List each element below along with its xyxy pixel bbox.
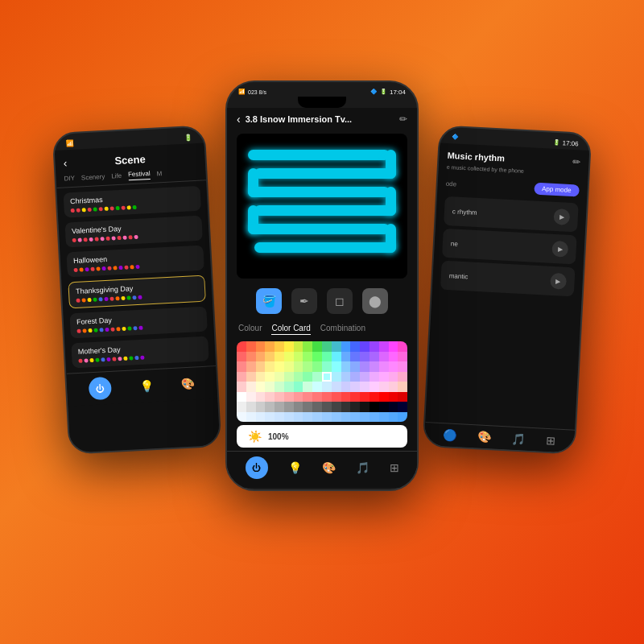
- dot-icon-right[interactable]: 🔵: [443, 428, 457, 442]
- power-button-center[interactable]: ⏻: [246, 456, 268, 479]
- rhythm-item-3[interactable]: mantic ▶: [440, 261, 576, 297]
- color-cell-0-7[interactable]: [303, 341, 312, 352]
- color-cell-2-3[interactable]: [265, 361, 275, 372]
- scene-item-valentines[interactable]: Valentine's Day: [65, 216, 203, 248]
- color-cell-5-4[interactable]: [275, 392, 284, 402]
- color-cell-6-6[interactable]: [294, 402, 303, 412]
- color-cell-1-17[interactable]: [398, 352, 407, 362]
- color-cell-3-17[interactable]: [398, 372, 407, 382]
- color-cell-0-4[interactable]: [275, 341, 284, 352]
- edit-icon-right[interactable]: ✏: [572, 156, 581, 168]
- color-cell-4-8[interactable]: [312, 382, 322, 392]
- color-cell-4-11[interactable]: [341, 382, 351, 392]
- color-cell-6-11[interactable]: [341, 402, 351, 412]
- color-cell-4-1[interactable]: [246, 382, 256, 392]
- color-cell-6-7[interactable]: [303, 402, 312, 412]
- tab-life[interactable]: Life: [111, 171, 122, 181]
- grid-icon-right[interactable]: ⊞: [546, 434, 556, 448]
- color-tab-card[interactable]: Color Card: [271, 324, 310, 335]
- color-cell-1-7[interactable]: [303, 352, 312, 362]
- color-cell-0-9[interactable]: [322, 341, 332, 352]
- color-cell-5-9[interactable]: [322, 392, 332, 402]
- color-cell-6-1[interactable]: [246, 402, 256, 412]
- color-cell-1-2[interactable]: [256, 352, 266, 362]
- scene-item-halloween[interactable]: Halloween: [66, 246, 204, 278]
- eraser-btn[interactable]: ◻: [327, 288, 353, 314]
- color-cell-0-12[interactable]: [350, 341, 360, 352]
- color-cell-3-15[interactable]: [379, 372, 389, 382]
- color-cell-0-16[interactable]: [389, 341, 398, 352]
- color-cell-5-3[interactable]: [265, 392, 275, 402]
- color-cell-5-6[interactable]: [294, 392, 303, 402]
- color-cell-2-8[interactable]: [312, 361, 322, 372]
- color-cell-7-9[interactable]: [322, 412, 332, 423]
- color-cell-2-1[interactable]: [246, 361, 256, 372]
- bulb-icon-center[interactable]: 💡: [288, 461, 302, 474]
- back-icon[interactable]: ‹: [63, 156, 68, 169]
- color-tab-combination[interactable]: Combination: [320, 324, 365, 335]
- play-btn-3[interactable]: ▶: [550, 273, 567, 290]
- color-cell-3-9[interactable]: [322, 372, 332, 382]
- color-cell-7-3[interactable]: [265, 412, 275, 423]
- color-cell-3-5[interactable]: [284, 372, 294, 382]
- back-icon-center[interactable]: ‹: [237, 113, 241, 126]
- play-btn-1[interactable]: ▶: [553, 208, 570, 225]
- color-cell-3-8[interactable]: [312, 372, 322, 382]
- color-cell-2-13[interactable]: [360, 361, 369, 372]
- scene-item-christmas[interactable]: Christmas: [64, 186, 201, 218]
- color-cell-3-2[interactable]: [256, 372, 266, 382]
- color-cell-7-17[interactable]: [398, 412, 407, 423]
- color-cell-6-3[interactable]: [265, 402, 275, 412]
- color-cell-5-2[interactable]: [256, 392, 266, 402]
- color-cell-5-11[interactable]: [341, 392, 351, 402]
- rhythm-item-2[interactable]: ne ▶: [442, 229, 577, 265]
- color-cell-6-5[interactable]: [284, 402, 294, 412]
- color-cell-7-12[interactable]: [350, 412, 360, 423]
- color-cell-1-10[interactable]: [332, 352, 341, 362]
- scene-item-forest[interactable]: Forest Day: [69, 307, 207, 339]
- color-cell-0-1[interactable]: [246, 341, 256, 352]
- color-cell-0-6[interactable]: [294, 341, 303, 352]
- color-cell-1-3[interactable]: [265, 352, 275, 362]
- color-cell-2-17[interactable]: [398, 361, 407, 372]
- color-cell-5-14[interactable]: [369, 392, 379, 402]
- color-cell-6-14[interactable]: [369, 402, 379, 412]
- tab-scenery[interactable]: Scenery: [81, 172, 105, 183]
- color-cell-4-7[interactable]: [303, 382, 312, 392]
- color-cell-1-9[interactable]: [322, 352, 332, 362]
- color-cell-0-0[interactable]: [237, 341, 246, 352]
- color-cell-0-5[interactable]: [284, 341, 294, 352]
- app-mode-btn[interactable]: App mode: [534, 183, 580, 197]
- color-cell-1-1[interactable]: [246, 352, 256, 362]
- color-cell-2-0[interactable]: [237, 361, 246, 372]
- rhythm-item-1[interactable]: c rhythm ▶: [444, 196, 579, 233]
- color-cell-3-0[interactable]: [237, 372, 246, 382]
- color-cell-4-6[interactable]: [294, 382, 303, 392]
- color-cell-6-12[interactable]: [350, 402, 360, 412]
- music-icon-center[interactable]: 🎵: [356, 461, 369, 474]
- color-cell-2-7[interactable]: [303, 361, 312, 372]
- color-cell-2-11[interactable]: [341, 361, 351, 372]
- tab-diy[interactable]: DIY: [64, 174, 75, 184]
- color-cell-3-13[interactable]: [360, 372, 369, 382]
- color-cell-3-14[interactable]: [369, 372, 379, 382]
- color-cell-5-5[interactable]: [284, 392, 294, 402]
- color-cell-5-13[interactable]: [360, 392, 369, 402]
- color-cell-6-16[interactable]: [389, 402, 398, 412]
- color-cell-2-14[interactable]: [369, 361, 379, 372]
- color-cell-1-16[interactable]: [389, 352, 398, 362]
- color-cell-3-1[interactable]: [246, 372, 256, 382]
- tab-festival[interactable]: Festival: [128, 170, 151, 180]
- color-cell-4-2[interactable]: [256, 382, 266, 392]
- color-cell-7-5[interactable]: [284, 412, 294, 423]
- color-cell-4-0[interactable]: [237, 382, 246, 392]
- color-cell-4-10[interactable]: [332, 382, 341, 392]
- color-cell-4-12[interactable]: [350, 382, 360, 392]
- color-cell-2-9[interactable]: [322, 361, 332, 372]
- color-cell-5-17[interactable]: [398, 392, 407, 402]
- color-cell-1-12[interactable]: [350, 352, 360, 362]
- color-cell-2-16[interactable]: [389, 361, 398, 372]
- color-cell-5-12[interactable]: [350, 392, 360, 402]
- color-tab-colour[interactable]: Colour: [238, 324, 262, 335]
- color-cell-7-14[interactable]: [369, 412, 379, 423]
